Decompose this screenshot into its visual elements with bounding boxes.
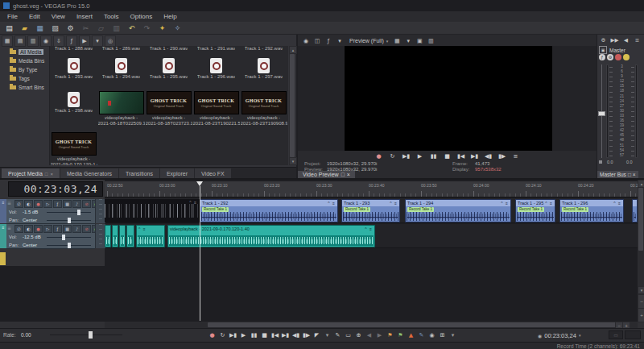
video-preview-tab[interactable]: Video Preview □ × xyxy=(298,171,355,178)
selection-start-field[interactable]: ▭ xyxy=(609,330,623,339)
bus-assignment-button[interactable]: ♪ xyxy=(72,225,81,233)
audio-event[interactable]: ^ ≡ xyxy=(112,225,118,247)
scroll-down-icon[interactable]: ▾ xyxy=(638,286,644,294)
next-frame-button[interactable]: ▮▶ xyxy=(497,152,507,161)
go-to-start-button[interactable]: ▮◀ xyxy=(270,331,279,340)
open-project-icon[interactable]: ▰ xyxy=(19,23,30,33)
media-bin-item[interactable]: Tags xyxy=(2,74,48,82)
track2-color-tab[interactable]: ≡ xyxy=(0,224,6,248)
meter-hold-icon[interactable] xyxy=(599,160,602,164)
selection-length-field[interactable] xyxy=(625,330,641,339)
lock-envelopes-button[interactable]: ✎ xyxy=(417,331,426,340)
track-grip-icon[interactable]: ≡ xyxy=(7,225,11,231)
play-from-start-button[interactable]: ▶▮ xyxy=(229,331,237,340)
chevron-down-icon[interactable]: ▾ xyxy=(579,333,581,338)
audio-event[interactable]: ^ ≡ xyxy=(136,225,165,247)
media-item[interactable]: GHOST TRICK Original Sound Track Track 1… xyxy=(240,46,287,55)
master-automation-icon[interactable]: ⚙ xyxy=(607,54,613,60)
cursor-position-cluster[interactable]: ◉ 00:23:03,24 ▾ xyxy=(538,330,580,340)
event-buttons[interactable]: ^ ≡ xyxy=(545,201,553,206)
next-frame-button[interactable]: ▮▶ xyxy=(302,331,311,340)
views-dropdown-icon[interactable]: ▾ xyxy=(92,35,103,47)
pan-slider[interactable] xyxy=(47,217,91,223)
media-item[interactable]: GHOST TRICK Original Sound Track Track 1… xyxy=(50,90,97,123)
media-item[interactable]: GHOST TRICK Original Sound Track videopl… xyxy=(97,90,145,130)
list-view-icon[interactable]: ▤ xyxy=(14,35,26,47)
media-item[interactable]: GHOST TRICK Original Sound Track Track 1… xyxy=(97,56,145,89)
ignore-event-grouping-button[interactable]: ◉ xyxy=(427,331,436,340)
overlays-grid-icon[interactable]: ▦ xyxy=(392,36,402,46)
scroll-up-icon[interactable]: ▴ xyxy=(289,46,297,54)
undo-icon[interactable]: ↶ xyxy=(126,23,137,33)
mute-button[interactable]: ⊘ xyxy=(82,225,91,233)
media-item[interactable]: GHOST TRICK Original Sound Track Track 1… xyxy=(145,46,192,55)
track-header-2[interactable]: ≡ ∅◐●▷ƒ▦♪⊘● Vol: -12.5 dB Pan: Center xyxy=(6,224,95,249)
zoom-out-vertical-icon[interactable]: − xyxy=(638,294,644,309)
dim-output-icon[interactable]: ◀ xyxy=(621,36,630,45)
new-project-icon[interactable]: ▤ xyxy=(4,23,14,33)
media-item[interactable]: GHOST TRICK Original Sound Track Track 1… xyxy=(97,46,145,55)
master-bus-tab[interactable]: Master Bus □ × xyxy=(597,171,638,178)
track1-color-tab[interactable]: ≡ xyxy=(0,199,6,223)
media-item[interactable]: GHOST TRICK Original Sound Track videopl… xyxy=(192,90,240,130)
scroll-down-icon[interactable]: ▾ xyxy=(289,157,297,165)
event-buttons[interactable]: ^ ≡ xyxy=(328,201,336,206)
preview-quality-dropdown[interactable]: Preview (Full) ▾ xyxy=(347,38,390,44)
menu-item[interactable]: Insert xyxy=(71,11,98,22)
rate-slider[interactable] xyxy=(50,334,122,335)
event-buttons[interactable]: ^ ≡ xyxy=(189,200,197,205)
audio-event[interactable]: ^ ≡ xyxy=(105,225,111,247)
close-icon[interactable]: × xyxy=(633,172,636,177)
media-item[interactable]: GHOST TRICK Original Sound Track Track 1… xyxy=(145,56,192,89)
copy-icon[interactable]: ▱ xyxy=(96,23,106,33)
event-buttons[interactable]: ^ ≡ xyxy=(138,226,147,231)
play-button[interactable]: ▶ xyxy=(415,152,425,161)
rate-slider-handle[interactable] xyxy=(89,331,93,339)
media-bin-item[interactable]: By Type xyxy=(2,65,48,73)
master-solo-button[interactable] xyxy=(623,54,630,60)
audio-event[interactable]: Track 1 - 293 ^ ≡ Record Take 1 xyxy=(341,199,400,222)
event-buttons[interactable]: ^ ≡ xyxy=(613,201,621,206)
downmix-output-icon[interactable]: ▶▶ xyxy=(610,36,619,45)
input-monitor-button[interactable]: ▷ xyxy=(43,225,52,233)
media-item[interactable]: GHOST TRICK Original Sound Track videopl… xyxy=(240,90,287,130)
thumbnail-view-icon[interactable]: ▦ xyxy=(2,35,13,47)
menu-item[interactable]: File xyxy=(2,11,23,22)
zoom-tool-button[interactable]: ⊕ xyxy=(354,331,363,340)
edit-tool-button[interactable]: ◤ xyxy=(312,331,321,340)
audio-event[interactable]: ^ ≡ xyxy=(632,199,638,222)
event-buttons[interactable]: ^ ≡ xyxy=(390,201,398,206)
timeline-ruler[interactable]: 00:22:5000:23:0000:23:1000:23:2000:23:30… xyxy=(105,181,638,197)
track-grip-icon[interactable]: ≡ xyxy=(7,200,11,206)
timeline-vscrollbar[interactable]: ▴ ▾ − + xyxy=(638,180,644,322)
envelope-tool-button[interactable]: ✎ xyxy=(333,331,342,340)
tool-dropdown[interactable]: ▾ xyxy=(323,331,332,340)
audio-event-dark[interactable]: ^ ≡ xyxy=(105,199,200,222)
pause-button[interactable]: ▮▮ xyxy=(250,331,258,340)
media-search-icon[interactable]: ◎ xyxy=(105,35,116,47)
overlays-dropdown-icon[interactable]: ▾ xyxy=(403,36,413,46)
phase-invert-button[interactable]: ∅ xyxy=(14,225,23,233)
snapping-dropdown[interactable]: ▾ xyxy=(448,331,457,340)
event-buttons[interactable]: ^ ≡ xyxy=(501,201,509,206)
cut-icon[interactable]: ✂ xyxy=(80,23,91,33)
audio-event[interactable]: ^ ≡ xyxy=(119,225,126,247)
loop-playback-button[interactable]: ↻ xyxy=(218,331,227,340)
record-button[interactable]: ● xyxy=(208,331,217,340)
play-from-start-button[interactable]: ▶▮ xyxy=(402,152,411,161)
arm-record-button[interactable]: ● xyxy=(34,225,43,233)
media-scrollbar[interactable]: ▴ ▾ xyxy=(289,46,295,165)
close-icon[interactable]: × xyxy=(50,172,53,177)
event-buttons[interactable]: ^ ≡ xyxy=(365,226,373,231)
transport-menu-button[interactable]: ≡ xyxy=(511,152,521,161)
normal-edit-tool-icon[interactable]: ✦ xyxy=(157,23,167,33)
master-mute-button[interactable] xyxy=(615,54,621,60)
volume-slider-handle[interactable] xyxy=(77,210,80,215)
media-item[interactable]: GHOST TRICK Original Sound Track videopl… xyxy=(50,131,97,165)
auto-ripple-button[interactable]: ▲ xyxy=(407,331,415,340)
pause-button[interactable]: ▮▮ xyxy=(429,152,439,161)
zoom-in-vertical-icon[interactable]: + xyxy=(638,308,644,322)
menu-item[interactable]: Options xyxy=(125,11,159,22)
volume-slider[interactable] xyxy=(47,234,91,240)
audio-event[interactable]: videoplayback - 2021-09-0.170.120-1.40 ^… xyxy=(167,225,375,247)
